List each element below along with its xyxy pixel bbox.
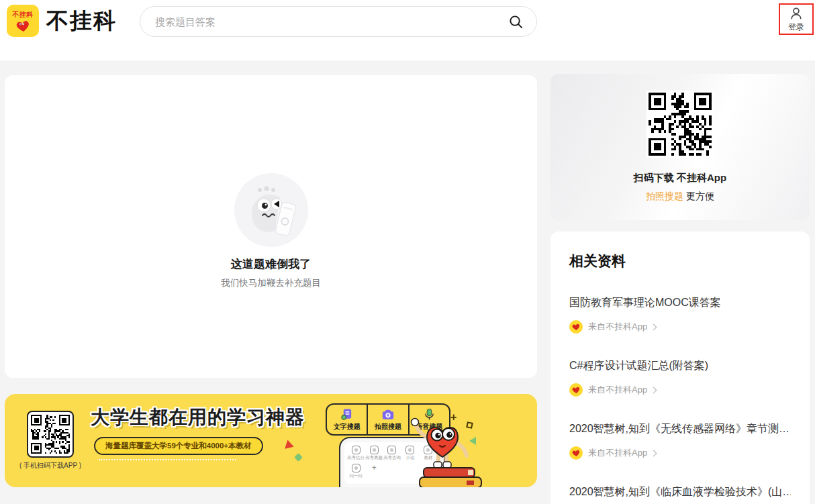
related-item-title[interactable]: 国防教育军事理论MOOC课答案 — [569, 296, 791, 310]
logo-app-icon: 不挂科 — [7, 5, 39, 37]
heart-icon — [15, 19, 31, 32]
app-logo-icon — [569, 383, 583, 397]
empty-result-card: 这道题难倒我了 我们快马加鞭去补充题目 — [5, 75, 537, 378]
banner-dotted-line — [99, 459, 236, 460]
chevron-right-icon — [651, 387, 657, 393]
camera-search-icon — [381, 408, 395, 421]
header: 不挂科 不挂科 — [0, 0, 815, 60]
app-logo-icon — [569, 320, 583, 334]
list-item: 2020智慧树,知到《临床血液学检验技术》(山… 来自不挂科App — [569, 485, 791, 504]
related-item-source[interactable]: 来自不挂科App — [569, 383, 791, 397]
related-item-title[interactable]: 2020智慧树,知到《无线传感器网络》章节测… — [569, 422, 791, 436]
related-title: 相关资料 — [569, 252, 791, 270]
download-line2-highlight: 拍照搜题 — [646, 191, 683, 201]
login-label: 登录 — [788, 21, 804, 33]
search-icon[interactable] — [508, 13, 524, 30]
empty-state-subtitle: 我们快马加鞭去补充题目 — [221, 277, 321, 289]
download-qr-code — [646, 91, 714, 158]
list-item: 2020智慧树,知到《无线传感器网络》章节测… 来自不挂科App — [569, 422, 791, 460]
related-item-source[interactable]: 来自不挂科App — [569, 320, 791, 334]
page: 不挂科 不挂科 — [0, 0, 815, 504]
search-input[interactable] — [155, 16, 508, 28]
app-download-card: 扫码下载 不挂科App 拍照搜题 更方便 — [550, 74, 810, 220]
decor-triangle-red — [285, 440, 295, 451]
download-line1: 扫码下载 不挂科App — [634, 172, 726, 185]
download-line2-rest: 更方便 — [683, 191, 714, 201]
banner-title: 大学生都在用的学习神器 — [91, 405, 305, 430]
heart-mascot — [405, 414, 492, 487]
banner-subtitle-pill: 海量题库覆盖大学59个专业和4000+本教材 — [94, 437, 263, 455]
download-line2: 拍照搜题 更方便 — [646, 191, 714, 203]
app-logo-icon — [569, 446, 583, 460]
logo-title: 不挂科 — [46, 6, 117, 36]
annotation-highlight: 登录 — [779, 3, 814, 35]
chevron-right-icon — [651, 323, 657, 330]
site-logo[interactable]: 不挂科 不挂科 — [7, 5, 117, 37]
related-item-title[interactable]: 2020智慧树,知到《临床血液学检验技术》(山… — [569, 485, 791, 499]
chevron-right-icon — [651, 450, 657, 456]
empty-state-title: 这道题难倒我了 — [231, 256, 311, 272]
banner-qr-caption: ( 手机扫码下载APP ) — [10, 461, 91, 470]
list-item: 国防教育军事理论MOOC课答案 来自不挂科App — [569, 296, 791, 334]
related-item-source[interactable]: 来自不挂科App — [569, 446, 791, 460]
decor-square-outline — [466, 421, 473, 429]
related-item-title[interactable]: C#程序设计试题汇总(附答案) — [569, 359, 791, 373]
related-materials-card: 相关资料 国防教育军事理论MOOC课答案 来自不挂科App C#程序设计试题汇总… — [550, 232, 810, 504]
promo-banner[interactable]: ( 手机扫码下载APP ) 大学生都在用的学习神器 海量题库覆盖大学59个专业和… — [5, 394, 537, 487]
login-button[interactable]: 登录 — [780, 5, 812, 34]
user-icon — [789, 6, 804, 21]
search-bar — [140, 6, 537, 37]
decor-plus: + — [450, 411, 457, 423]
text-search-icon — [340, 408, 353, 421]
feature-text-search: 文字搜题 — [327, 405, 367, 434]
list-item: C#程序设计试题汇总(附答案) 来自不挂科App — [569, 359, 791, 397]
banner-qr-code — [27, 411, 74, 458]
decor-diamond-green — [294, 453, 303, 462]
feature-photo-search: 拍照搜题 — [367, 405, 408, 434]
logo-badge-text: 不挂科 — [12, 10, 34, 19]
decor-triangle-green — [469, 437, 476, 445]
mascot-illustration — [234, 173, 308, 247]
